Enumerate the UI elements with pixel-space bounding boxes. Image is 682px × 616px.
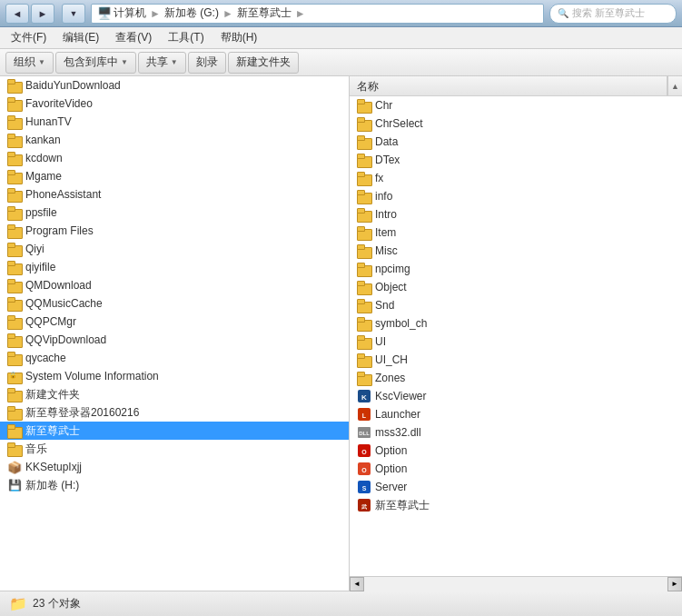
- folder-icon: [7, 296, 22, 311]
- column-name-header[interactable]: 名称: [350, 76, 667, 95]
- folder-icon: [7, 314, 22, 329]
- svg-text:K: K: [361, 393, 367, 402]
- toolbar-organize[interactable]: 组织 ▼: [5, 52, 54, 74]
- list-item[interactable]: QQPCMgr: [0, 313, 349, 331]
- folder-icon: [7, 351, 22, 365]
- list-item[interactable]: FavoriteVideo: [0, 94, 349, 113]
- list-item[interactable]: QMDownload: [0, 276, 349, 294]
- list-item[interactable]: fx: [350, 169, 682, 187]
- list-item-item[interactable]: Item: [350, 224, 682, 242]
- list-item[interactable]: Chr: [350, 96, 682, 114]
- svg-text:DLL: DLL: [359, 431, 370, 436]
- list-item[interactable]: BaiduYunDownload: [0, 76, 349, 94]
- folder-icon: [7, 260, 22, 274]
- status-bar: 📁 23 个对象: [0, 591, 682, 616]
- left-panel-scroll[interactable]: BaiduYunDownload FavoriteVideo HunanTV k…: [0, 76, 350, 591]
- folder-icon: [357, 334, 371, 349]
- folder-icon: [7, 151, 22, 165]
- menu-file[interactable]: 文件(F): [4, 28, 54, 47]
- list-item[interactable]: 💾 新加卷 (H:): [0, 476, 349, 494]
- list-item[interactable]: qycache: [0, 349, 349, 367]
- list-item[interactable]: kcdown: [0, 149, 349, 167]
- breadcrumb-folder: 新至尊武士: [237, 5, 292, 21]
- list-item[interactable]: K KscViewer: [350, 387, 682, 405]
- option1-icon: O: [357, 443, 371, 458]
- list-item[interactable]: 新至尊登录器20160216: [0, 403, 349, 422]
- list-item[interactable]: Snd: [350, 296, 682, 314]
- list-item[interactable]: Data: [350, 133, 682, 151]
- folder-icon: [7, 423, 22, 438]
- scroll-track[interactable]: [364, 577, 667, 591]
- list-item[interactable]: DLL mss32.dll: [350, 423, 682, 442]
- list-item[interactable]: 新建文件夹: [0, 385, 349, 403]
- menu-tools[interactable]: 工具(T): [161, 28, 211, 47]
- folder-icon: [7, 442, 22, 456]
- server-icon: S: [357, 480, 371, 494]
- list-item-selected[interactable]: 新至尊武士: [0, 422, 349, 440]
- drive-icon: 💾: [7, 478, 22, 492]
- scroll-right-button[interactable]: ►: [667, 577, 682, 591]
- menu-help[interactable]: 帮助(H): [213, 28, 265, 47]
- forward-button[interactable]: ►: [31, 4, 54, 24]
- dropdown-arrow2: ▼: [121, 58, 128, 66]
- list-item[interactable]: UI: [350, 333, 682, 351]
- list-item[interactable]: Intro: [350, 205, 682, 224]
- launcher-icon: L: [357, 407, 371, 422]
- address-bar[interactable]: 🖥️ 计算机 ► 新加卷 (G:) ► 新至尊武士 ►: [91, 4, 544, 24]
- list-item[interactable]: L Launcher: [350, 405, 682, 423]
- scroll-up-button[interactable]: ▲: [667, 76, 682, 95]
- list-item-option2[interactable]: O Option: [350, 460, 682, 478]
- right-panel-inner[interactable]: Chr ChrSelect Data DTex fx info: [350, 96, 682, 576]
- folder-icon: [357, 371, 371, 385]
- right-panel: 名称 ▲ Chr ChrSelect Data DTex: [350, 76, 682, 591]
- list-item[interactable]: S Server: [350, 478, 682, 496]
- list-item[interactable]: System Volume Information: [0, 367, 349, 385]
- list-item-option1[interactable]: O Option: [350, 442, 682, 460]
- list-item-info[interactable]: info: [350, 187, 682, 205]
- up-button[interactable]: ▼: [62, 4, 85, 24]
- folder-icon: [357, 116, 371, 131]
- list-item[interactable]: qiyifile: [0, 258, 349, 276]
- option2-icon: O: [357, 462, 371, 476]
- list-item[interactable]: QQMusicCache: [0, 294, 349, 313]
- folder-sys-icon: [7, 369, 22, 383]
- list-item[interactable]: npcimg: [350, 260, 682, 278]
- folder-icon: [7, 224, 22, 238]
- list-item[interactable]: 音乐: [0, 440, 349, 458]
- toolbar-library[interactable]: 包含到库中 ▼: [55, 52, 136, 74]
- list-item[interactable]: UI_CH: [350, 351, 682, 369]
- menu-view[interactable]: 查看(V): [108, 28, 159, 47]
- folder-icon: [357, 243, 371, 258]
- list-item[interactable]: ChrSelect: [350, 114, 682, 133]
- back-button[interactable]: ◄: [5, 4, 29, 24]
- list-item[interactable]: HunanTV: [0, 113, 349, 131]
- list-item[interactable]: Qiyi: [0, 240, 349, 258]
- list-item[interactable]: symbol_ch: [350, 314, 682, 333]
- list-item[interactable]: ppsfile: [0, 204, 349, 222]
- toolbar-burn[interactable]: 刻录: [188, 52, 226, 74]
- list-item[interactable]: Program Files: [0, 222, 349, 240]
- folder-icon: [7, 133, 22, 147]
- list-item[interactable]: Zones: [350, 369, 682, 387]
- list-item[interactable]: QQVipDownload: [0, 331, 349, 349]
- list-item[interactable]: 📦 KKSetupIxjj: [0, 458, 349, 476]
- list-item[interactable]: PhoneAssistant: [0, 185, 349, 204]
- list-item[interactable]: kankan: [0, 131, 349, 149]
- toolbar-share[interactable]: 共享 ▼: [138, 52, 186, 74]
- svg-text:O: O: [361, 449, 367, 455]
- toolbar-new-folder[interactable]: 新建文件夹: [228, 52, 299, 74]
- scroll-left-button[interactable]: ◄: [350, 577, 364, 591]
- list-item[interactable]: Misc: [350, 242, 682, 260]
- menu-edit[interactable]: 编辑(E): [55, 28, 106, 47]
- list-item[interactable]: Object: [350, 278, 682, 296]
- search-bar[interactable]: 🔍 搜索 新至尊武士: [549, 4, 677, 24]
- svg-text:武: 武: [361, 503, 368, 510]
- list-item-game[interactable]: 武 新至尊武士: [350, 496, 682, 514]
- horizontal-scrollbar[interactable]: ◄ ►: [350, 576, 682, 591]
- svg-text:L: L: [362, 412, 367, 419]
- folder-icon: [7, 169, 22, 184]
- folder-icon: [357, 316, 371, 331]
- sep1: ►: [150, 7, 161, 20]
- list-item[interactable]: DTex: [350, 151, 682, 169]
- list-item[interactable]: Mgame: [0, 167, 349, 185]
